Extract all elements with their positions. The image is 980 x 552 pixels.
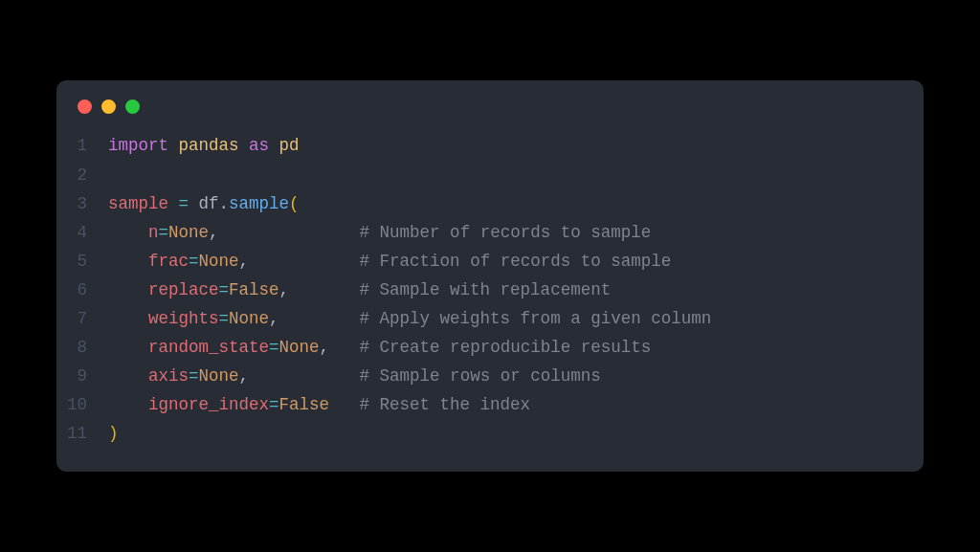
token-none: None [279,338,320,357]
line-number: 9 [56,362,108,390]
token-variable: sample [108,194,168,213]
token-plain [108,309,148,328]
token-operator: = [269,338,279,357]
token-module: pandas [179,136,239,155]
token-plain [108,366,148,386]
code-content: axis=None, # Sample rows or columns [108,362,924,390]
token-punct: , [269,309,279,328]
token-operator: = [159,223,169,242]
token-punct: , [239,252,250,271]
token-comment: # Reset the index [360,395,531,414]
token-plain [329,395,360,414]
code-line: 5 frac=None, # Fraction of records to sa… [56,247,924,276]
token-punct: , [320,338,330,357]
token-none: None [199,252,239,271]
token-comment: # Sample rows or columns [360,366,601,386]
token-plain [168,136,179,155]
code-content: sample = df.sample( [108,189,924,218]
line-number: 8 [56,333,108,362]
token-plain: df [199,194,219,213]
code-line: 6 replace=False, # Sample with replaceme… [56,276,924,304]
code-content: frac=None, # Fraction of records to samp… [108,247,924,276]
token-plain [249,366,360,386]
code-content: ignore_index=False # Reset the index [108,390,924,419]
token-plain [239,136,250,155]
token-param: weights [148,309,219,328]
code-line: 9 axis=None, # Sample rows or columns [56,362,924,390]
token-none: None [229,309,269,328]
code-content: random_state=None, # Create reproducible… [108,333,924,362]
token-paren: ( [289,194,300,213]
token-plain [269,136,279,155]
code-content: weights=None, # Apply weights from a giv… [108,304,924,333]
token-param: ignore_index [148,395,269,414]
token-comment: # Fraction of records to sample [360,252,672,271]
token-comment: # Number of records to sample [360,223,652,242]
code-line: 1import pandas as pd [56,131,924,160]
token-comment: # Create reproducible results [360,338,652,357]
line-number: 7 [56,304,108,333]
token-plain [108,338,148,357]
traffic-lights [56,99,924,131]
line-number: 6 [56,276,108,304]
token-dot: . [219,194,230,213]
token-module: pd [279,136,300,155]
minimize-icon[interactable] [101,99,116,114]
code-content: replace=False, # Sample with replacement [108,276,924,304]
token-param: replace [148,280,219,299]
token-punct: , [239,366,250,386]
token-plain [168,194,179,213]
token-false: False [279,395,330,414]
code-line: 11) [56,419,924,448]
code-line: 7 weights=None, # Apply weights from a g… [56,304,924,333]
token-none: None [199,366,239,386]
token-plain [108,395,148,414]
code-line: 2 [56,161,924,189]
token-plain [219,223,360,242]
token-param: frac [148,252,189,271]
token-plain [108,223,148,242]
token-keyword: import [108,136,168,155]
token-operator: = [189,252,199,271]
line-number: 4 [56,218,108,247]
line-number: 3 [56,189,108,218]
code-line: 4 n=None, # Number of records to sample [56,218,924,247]
line-number: 1 [56,131,108,160]
token-plain [189,194,199,213]
token-plain [289,280,360,299]
line-number: 5 [56,247,108,276]
code-line: 10 ignore_index=False # Reset the index [56,390,924,419]
token-punct: , [279,280,290,299]
code-line: 3sample = df.sample( [56,189,924,218]
line-number: 10 [56,390,108,419]
line-number: 11 [56,419,108,448]
code-content: import pandas as pd [108,131,924,160]
code-content: n=None, # Number of records to sample [108,218,924,247]
token-plain [329,338,360,357]
close-icon[interactable] [78,99,92,114]
code-line: 8 random_state=None, # Create reproducib… [56,333,924,362]
token-param: random_state [148,338,269,357]
code-content: ) [108,419,924,448]
token-plain [249,252,360,271]
token-comment: # Apply weights from a given column [360,309,712,328]
token-paren: ) [108,424,119,443]
token-method: sample [229,194,289,213]
token-comment: # Sample with replacement [360,280,612,299]
token-plain [279,309,360,328]
token-operator: = [179,194,189,213]
token-operator: = [219,280,230,299]
token-operator: = [189,366,199,386]
token-plain [108,280,148,299]
code-content [108,161,924,189]
token-punct: , [209,223,219,242]
token-none: None [168,223,209,242]
maximize-icon[interactable] [125,99,140,114]
token-plain [108,252,148,271]
code-area: 1import pandas as pd23sample = df.sample… [56,131,924,448]
token-operator: = [269,395,279,414]
token-param: axis [148,366,189,386]
code-window: 1import pandas as pd23sample = df.sample… [56,80,924,471]
token-keyword: as [249,136,269,155]
line-number: 2 [56,161,108,189]
